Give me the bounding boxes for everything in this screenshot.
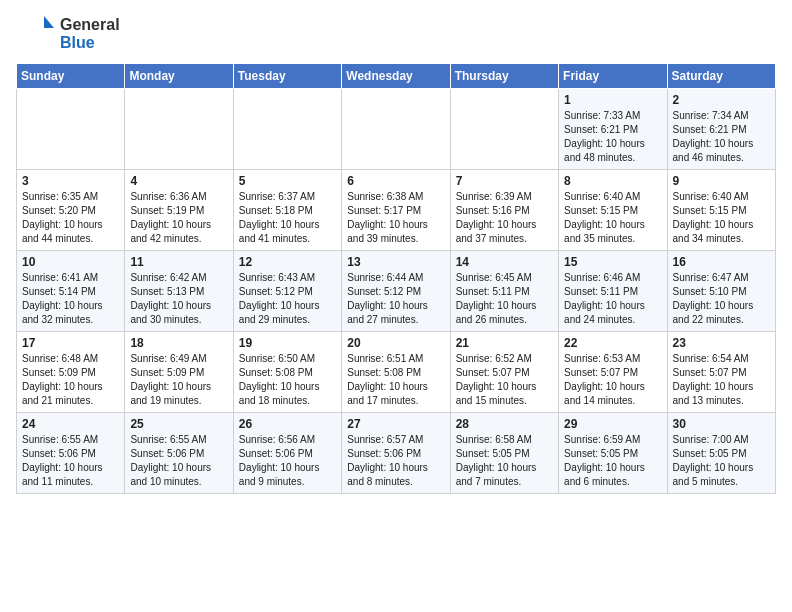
cell-info: Sunrise: 6:47 AM Sunset: 5:10 PM Dayligh… <box>673 271 770 327</box>
day-number: 26 <box>239 417 336 431</box>
day-number: 24 <box>22 417 119 431</box>
cell-info: Sunrise: 6:35 AM Sunset: 5:20 PM Dayligh… <box>22 190 119 246</box>
day-number: 29 <box>564 417 661 431</box>
day-number: 20 <box>347 336 444 350</box>
week-row-5: 24Sunrise: 6:55 AM Sunset: 5:06 PM Dayli… <box>17 412 776 493</box>
calendar-page: GeneralBlue SundayMondayTuesdayWednesday… <box>0 0 792 502</box>
cell-info: Sunrise: 6:37 AM Sunset: 5:18 PM Dayligh… <box>239 190 336 246</box>
cell-info: Sunrise: 6:59 AM Sunset: 5:05 PM Dayligh… <box>564 433 661 489</box>
calendar-cell: 22Sunrise: 6:53 AM Sunset: 5:07 PM Dayli… <box>559 331 667 412</box>
day-number: 18 <box>130 336 227 350</box>
cell-info: Sunrise: 6:41 AM Sunset: 5:14 PM Dayligh… <box>22 271 119 327</box>
day-number: 6 <box>347 174 444 188</box>
weekday-tuesday: Tuesday <box>233 63 341 88</box>
cell-info: Sunrise: 7:34 AM Sunset: 6:21 PM Dayligh… <box>673 109 770 165</box>
cell-info: Sunrise: 6:46 AM Sunset: 5:11 PM Dayligh… <box>564 271 661 327</box>
day-number: 4 <box>130 174 227 188</box>
calendar-cell <box>17 88 125 169</box>
calendar-cell: 10Sunrise: 6:41 AM Sunset: 5:14 PM Dayli… <box>17 250 125 331</box>
day-number: 11 <box>130 255 227 269</box>
day-number: 30 <box>673 417 770 431</box>
week-row-3: 10Sunrise: 6:41 AM Sunset: 5:14 PM Dayli… <box>17 250 776 331</box>
calendar-cell: 15Sunrise: 6:46 AM Sunset: 5:11 PM Dayli… <box>559 250 667 331</box>
logo-svg <box>16 16 56 52</box>
cell-info: Sunrise: 7:33 AM Sunset: 6:21 PM Dayligh… <box>564 109 661 165</box>
day-number: 25 <box>130 417 227 431</box>
calendar-cell: 18Sunrise: 6:49 AM Sunset: 5:09 PM Dayli… <box>125 331 233 412</box>
logo-blue-text: Blue <box>60 34 120 52</box>
day-number: 1 <box>564 93 661 107</box>
calendar-cell: 3Sunrise: 6:35 AM Sunset: 5:20 PM Daylig… <box>17 169 125 250</box>
cell-info: Sunrise: 6:50 AM Sunset: 5:08 PM Dayligh… <box>239 352 336 408</box>
day-number: 3 <box>22 174 119 188</box>
calendar-cell: 25Sunrise: 6:55 AM Sunset: 5:06 PM Dayli… <box>125 412 233 493</box>
weekday-saturday: Saturday <box>667 63 775 88</box>
calendar-cell: 17Sunrise: 6:48 AM Sunset: 5:09 PM Dayli… <box>17 331 125 412</box>
cell-info: Sunrise: 6:49 AM Sunset: 5:09 PM Dayligh… <box>130 352 227 408</box>
svg-marker-0 <box>44 16 54 28</box>
cell-info: Sunrise: 6:57 AM Sunset: 5:06 PM Dayligh… <box>347 433 444 489</box>
week-row-4: 17Sunrise: 6:48 AM Sunset: 5:09 PM Dayli… <box>17 331 776 412</box>
day-number: 17 <box>22 336 119 350</box>
cell-info: Sunrise: 6:45 AM Sunset: 5:11 PM Dayligh… <box>456 271 553 327</box>
calendar-cell: 6Sunrise: 6:38 AM Sunset: 5:17 PM Daylig… <box>342 169 450 250</box>
calendar-body: 1Sunrise: 7:33 AM Sunset: 6:21 PM Daylig… <box>17 88 776 493</box>
day-number: 7 <box>456 174 553 188</box>
calendar-cell: 7Sunrise: 6:39 AM Sunset: 5:16 PM Daylig… <box>450 169 558 250</box>
day-number: 22 <box>564 336 661 350</box>
day-number: 2 <box>673 93 770 107</box>
cell-info: Sunrise: 6:36 AM Sunset: 5:19 PM Dayligh… <box>130 190 227 246</box>
calendar-cell: 19Sunrise: 6:50 AM Sunset: 5:08 PM Dayli… <box>233 331 341 412</box>
header: GeneralBlue <box>16 16 776 53</box>
day-number: 28 <box>456 417 553 431</box>
cell-info: Sunrise: 6:58 AM Sunset: 5:05 PM Dayligh… <box>456 433 553 489</box>
calendar-cell: 9Sunrise: 6:40 AM Sunset: 5:15 PM Daylig… <box>667 169 775 250</box>
day-number: 10 <box>22 255 119 269</box>
calendar-cell: 12Sunrise: 6:43 AM Sunset: 5:12 PM Dayli… <box>233 250 341 331</box>
calendar-cell: 20Sunrise: 6:51 AM Sunset: 5:08 PM Dayli… <box>342 331 450 412</box>
cell-info: Sunrise: 6:52 AM Sunset: 5:07 PM Dayligh… <box>456 352 553 408</box>
day-number: 15 <box>564 255 661 269</box>
day-number: 9 <box>673 174 770 188</box>
day-number: 19 <box>239 336 336 350</box>
calendar-cell: 24Sunrise: 6:55 AM Sunset: 5:06 PM Dayli… <box>17 412 125 493</box>
cell-info: Sunrise: 6:42 AM Sunset: 5:13 PM Dayligh… <box>130 271 227 327</box>
calendar-cell: 2Sunrise: 7:34 AM Sunset: 6:21 PM Daylig… <box>667 88 775 169</box>
day-number: 23 <box>673 336 770 350</box>
weekday-wednesday: Wednesday <box>342 63 450 88</box>
day-number: 12 <box>239 255 336 269</box>
cell-info: Sunrise: 6:40 AM Sunset: 5:15 PM Dayligh… <box>564 190 661 246</box>
week-row-2: 3Sunrise: 6:35 AM Sunset: 5:20 PM Daylig… <box>17 169 776 250</box>
calendar-cell: 23Sunrise: 6:54 AM Sunset: 5:07 PM Dayli… <box>667 331 775 412</box>
cell-info: Sunrise: 6:44 AM Sunset: 5:12 PM Dayligh… <box>347 271 444 327</box>
day-number: 21 <box>456 336 553 350</box>
day-number: 5 <box>239 174 336 188</box>
weekday-sunday: Sunday <box>17 63 125 88</box>
calendar-cell: 5Sunrise: 6:37 AM Sunset: 5:18 PM Daylig… <box>233 169 341 250</box>
calendar-cell <box>450 88 558 169</box>
cell-info: Sunrise: 6:56 AM Sunset: 5:06 PM Dayligh… <box>239 433 336 489</box>
calendar-table: SundayMondayTuesdayWednesdayThursdayFrid… <box>16 63 776 494</box>
calendar-cell: 30Sunrise: 7:00 AM Sunset: 5:05 PM Dayli… <box>667 412 775 493</box>
calendar-cell: 11Sunrise: 6:42 AM Sunset: 5:13 PM Dayli… <box>125 250 233 331</box>
calendar-cell: 4Sunrise: 6:36 AM Sunset: 5:19 PM Daylig… <box>125 169 233 250</box>
weekday-thursday: Thursday <box>450 63 558 88</box>
day-number: 8 <box>564 174 661 188</box>
cell-info: Sunrise: 6:48 AM Sunset: 5:09 PM Dayligh… <box>22 352 119 408</box>
day-number: 13 <box>347 255 444 269</box>
day-number: 27 <box>347 417 444 431</box>
logo: GeneralBlue <box>16 16 120 53</box>
cell-info: Sunrise: 7:00 AM Sunset: 5:05 PM Dayligh… <box>673 433 770 489</box>
calendar-cell: 26Sunrise: 6:56 AM Sunset: 5:06 PM Dayli… <box>233 412 341 493</box>
day-number: 16 <box>673 255 770 269</box>
cell-info: Sunrise: 6:39 AM Sunset: 5:16 PM Dayligh… <box>456 190 553 246</box>
cell-info: Sunrise: 6:53 AM Sunset: 5:07 PM Dayligh… <box>564 352 661 408</box>
calendar-cell <box>342 88 450 169</box>
calendar-header: SundayMondayTuesdayWednesdayThursdayFrid… <box>17 63 776 88</box>
cell-info: Sunrise: 6:38 AM Sunset: 5:17 PM Dayligh… <box>347 190 444 246</box>
logo-general-text: General <box>60 16 120 34</box>
calendar-cell <box>125 88 233 169</box>
calendar-cell: 28Sunrise: 6:58 AM Sunset: 5:05 PM Dayli… <box>450 412 558 493</box>
calendar-cell: 1Sunrise: 7:33 AM Sunset: 6:21 PM Daylig… <box>559 88 667 169</box>
weekday-friday: Friday <box>559 63 667 88</box>
